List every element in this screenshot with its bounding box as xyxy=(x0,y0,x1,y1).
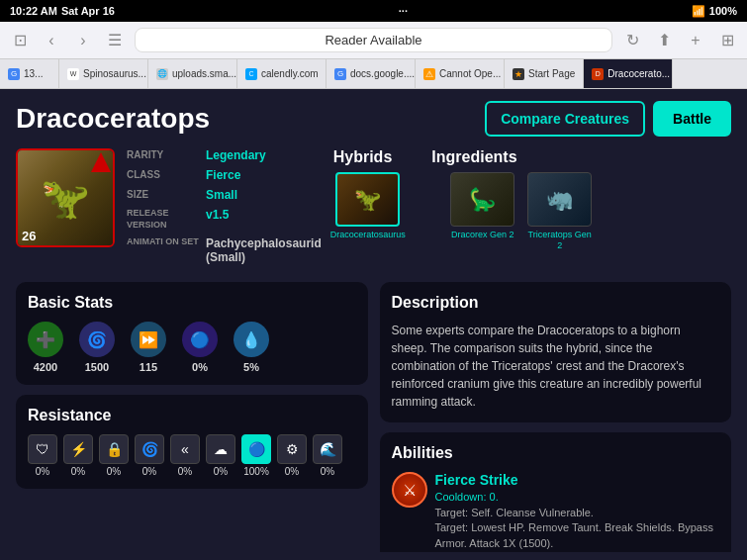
browser-actions: ↻ ⬆ + ⊞ xyxy=(620,29,739,52)
tab-favicon-spinosaurus: W xyxy=(67,68,79,80)
compare-button[interactable]: Compare Creatures xyxy=(485,101,645,137)
crit-value: 0% xyxy=(192,361,208,373)
ability-line2: Target: Lowest HP. Remove Taunt. Break S… xyxy=(435,520,720,551)
creature-level: 26 xyxy=(22,229,36,243)
resist-icon-4: « xyxy=(170,434,200,464)
hybrids-label: Hybrids xyxy=(333,148,393,166)
release-row: RELEASE VERSION v1.5 xyxy=(127,208,322,231)
stat-attack: 🌀 1500 xyxy=(79,322,115,373)
cooldown-text: Cooldown: 0. xyxy=(435,491,499,503)
wifi-icon: 📶 xyxy=(692,5,705,18)
status-center: ··· xyxy=(399,5,408,17)
tab-bar: G 13... W Spinosaurus... 🌐 uploads.sma..… xyxy=(0,59,747,89)
resist-icon-7: ⚙ xyxy=(277,434,307,464)
tab-label-13: 13... xyxy=(24,68,43,79)
stat-armor: 💧 5% xyxy=(233,322,269,373)
health-value: 4200 xyxy=(34,361,57,373)
resist-icon-2: 🔒 xyxy=(99,434,129,464)
url-bar[interactable]: Reader Available xyxy=(135,28,612,52)
class-row: CLASS Fierce xyxy=(127,168,322,182)
share-icon[interactable]: ⬆ xyxy=(652,29,676,52)
description-text: Some experts compare the Dracoceratops t… xyxy=(392,322,720,411)
tab-13[interactable]: G 13... xyxy=(0,59,59,88)
resist-pct-8: 0% xyxy=(321,466,334,477)
new-tab-icon[interactable]: + xyxy=(684,29,707,52)
health-icon: ➕ xyxy=(28,322,63,357)
battery: 100% xyxy=(709,5,737,17)
resist-4: « 0% xyxy=(170,434,200,477)
top-section: 🦖 26 RARITY Legendary CLASS Fierce SIZE … xyxy=(16,148,731,270)
sidebar-icon[interactable]: ⊡ xyxy=(8,29,32,52)
tab-favicon-docs: G xyxy=(334,68,346,80)
resist-pct-2: 0% xyxy=(107,466,121,477)
forward-button[interactable]: › xyxy=(71,29,95,52)
ingredient-name-2: Triceratops Gen 2 xyxy=(525,230,595,251)
tab-label-uploads: uploads.sma... xyxy=(172,68,236,79)
ingredient-image-2: 🦏 xyxy=(527,172,592,227)
resist-2: 🔒 0% xyxy=(99,434,129,477)
ingredient-name-1: Dracorex Gen 2 xyxy=(451,230,514,240)
stat-health: ➕ 4200 xyxy=(28,322,63,373)
page-header: Dracoceratops Compare Creatures Battle xyxy=(16,101,731,137)
ingredient-item-2[interactable]: 🦏 Triceratops Gen 2 xyxy=(525,172,595,251)
bottom-grid: Basic Stats ➕ 4200 🌀 1500 ⏩ 115 xyxy=(16,282,731,552)
stat-crit: 🔵 0% xyxy=(182,322,218,373)
resist-pct-0: 0% xyxy=(36,466,49,477)
size-row: SIZE Small xyxy=(127,188,322,202)
date: Sat Apr 16 xyxy=(61,5,115,17)
resist-pct-6: 100% xyxy=(243,466,269,477)
resist-pct-7: 0% xyxy=(285,466,299,477)
resist-pct-1: 0% xyxy=(71,466,85,477)
class-label: CLASS xyxy=(127,168,206,181)
ingredients-label: Ingredients xyxy=(431,148,516,166)
tab-favicon-calendly: C xyxy=(245,68,257,80)
resist-8: 🌊 0% xyxy=(313,434,342,477)
tab-cannot[interactable]: ⚠ Cannot Ope... xyxy=(416,59,505,88)
basic-stats-title: Basic Stats xyxy=(28,294,356,312)
tab-favicon-cannot: ⚠ xyxy=(423,68,435,80)
abilities-panel: Abilities ⚔ Fierce Strike Cooldown: 0. T… xyxy=(380,432,732,552)
browser-nav: ⊡ ‹ › ☰ xyxy=(8,29,127,52)
reader-icon[interactable]: ☰ xyxy=(103,29,127,52)
resist-pct-3: 0% xyxy=(142,466,156,477)
tab-label-spinosaurus: Spinosaurus... xyxy=(83,68,146,79)
tab-docs[interactable]: G docs.google.... xyxy=(327,59,416,88)
time: 10:22 AM xyxy=(10,5,57,17)
tab-favicon-13: G xyxy=(8,68,20,80)
attack-value: 1500 xyxy=(85,361,109,373)
tab-uploads[interactable]: 🌐 uploads.sma... xyxy=(148,59,237,88)
status-right: 📶 100% xyxy=(692,5,737,18)
hybrid-name-main: Dracoceratosaurus xyxy=(330,230,406,240)
stat-icons-row: ➕ 4200 🌀 1500 ⏩ 115 🔵 0% xyxy=(28,322,356,373)
battle-button[interactable]: Battle xyxy=(653,101,731,137)
tab-label-draco: Dracocerato... xyxy=(607,68,670,79)
abilities-title: Abilities xyxy=(392,444,720,462)
status-bar: 10:22 AM Sat Apr 16 ··· 📶 100% xyxy=(0,0,747,22)
ability-name-1: Fierce Strike xyxy=(435,472,720,488)
resist-6: 🔵 100% xyxy=(241,434,271,477)
resist-pct-4: 0% xyxy=(178,466,192,477)
ability-cooldown-1: Cooldown: 0. xyxy=(435,490,720,505)
back-button[interactable]: ‹ xyxy=(40,29,63,52)
tab-start[interactable]: ★ Start Page xyxy=(505,59,584,88)
hybrids-header: Hybrids Ingredients xyxy=(333,148,731,166)
resist-0: 🛡 0% xyxy=(28,434,57,477)
refresh-icon[interactable]: ↻ xyxy=(620,29,644,52)
speed-value: 115 xyxy=(140,361,157,373)
hybrids-section: Hybrids Ingredients 🦖 Dracoceratosaurus … xyxy=(333,148,731,270)
tab-dracoceratops[interactable]: D Dracocerato... xyxy=(584,59,673,88)
tab-spinosaurus[interactable]: W Spinosaurus... xyxy=(59,59,148,88)
armor-icon: 💧 xyxy=(233,322,269,357)
hybrid-item-main[interactable]: 🦖 Dracoceratosaurus xyxy=(333,172,403,240)
main-content: Dracoceratops Compare Creatures Battle 🦖… xyxy=(0,89,747,552)
crit-icon: 🔵 xyxy=(182,322,218,357)
resistance-panel: Resistance 🛡 0% ⚡ 0% 🔒 0% 🌀 xyxy=(16,395,368,489)
speed-icon: ⏩ xyxy=(131,322,166,357)
tabs-icon[interactable]: ⊞ xyxy=(715,29,739,52)
tab-calendly[interactable]: C calendly.com xyxy=(237,59,327,88)
ingredient-item-1[interactable]: 🦕 Dracorex Gen 2 xyxy=(448,172,517,240)
ability-details-1: Fierce Strike Cooldown: 0. Target: Self.… xyxy=(435,472,720,551)
description-panel: Description Some experts compare the Dra… xyxy=(380,282,732,422)
stat-speed: ⏩ 115 xyxy=(131,322,166,373)
resist-5: ☁ 0% xyxy=(206,434,235,477)
